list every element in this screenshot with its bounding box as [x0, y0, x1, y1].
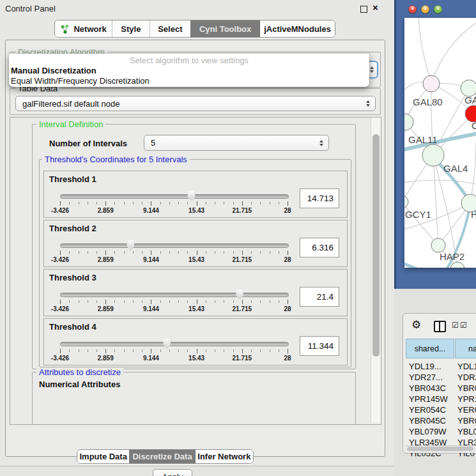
minimize-traffic-light-icon[interactable] — [421, 5, 429, 13]
node-gal4[interactable] — [422, 144, 444, 166]
number-of-intervals-combobox[interactable]: 5 — [144, 135, 329, 151]
table-data-combobox-value: galFiltered.sif default node — [22, 99, 119, 109]
table-row[interactable]: YDR27...YDR2 — [405, 372, 476, 383]
zoom-traffic-light-icon[interactable] — [434, 5, 442, 13]
table-row[interactable]: YBL079WYBL0 — [405, 427, 476, 438]
threshold-2-slider-track[interactable] — [60, 243, 289, 248]
slider-tick — [178, 349, 179, 352]
table-row[interactable]: YER054CYER0 — [405, 405, 476, 416]
slider-tick — [242, 349, 243, 353]
column-layout-icon[interactable] — [434, 321, 446, 332]
slider-tick — [151, 250, 151, 255]
cell-shared-name: YBL079W — [409, 427, 447, 436]
threshold-2-box: Threshold 2-3.4262.8599.14415.4321.71528… — [43, 220, 348, 267]
slider-tick — [251, 300, 252, 303]
tab-impute-data[interactable]: Impute Data — [77, 450, 129, 463]
close-icon[interactable]: × — [372, 2, 378, 13]
slider-tick — [233, 349, 234, 352]
threshold-2-slider-handle[interactable] — [126, 240, 135, 250]
checkbox-icon[interactable]: ☑ — [460, 321, 467, 330]
column-header-shared-name[interactable]: shared... — [406, 339, 454, 358]
slider-tick — [251, 349, 252, 352]
slider-tick — [160, 349, 161, 352]
node-gcy1[interactable] — [404, 196, 408, 208]
network-edge[interactable] — [431, 23, 476, 84]
table-row[interactable]: YBR043CYBR0 — [405, 383, 476, 394]
cell-name: YBR0 — [457, 416, 476, 426]
node-gal11[interactable] — [404, 114, 413, 130]
threshold-3-value-field[interactable]: 21.4 — [300, 287, 339, 307]
checkbox-icon[interactable]: ☑ — [452, 321, 459, 330]
slider-tick-label: 2.859 — [89, 355, 121, 362]
slider-tick — [215, 251, 215, 254]
tab-style[interactable]: Style — [112, 20, 149, 37]
slider-tick — [60, 201, 61, 206]
slider-tick-label: 21.715 — [226, 305, 258, 312]
column-header-name[interactable]: na — [455, 339, 476, 358]
slider-tick — [96, 251, 97, 254]
close-traffic-light-icon[interactable] — [408, 5, 417, 13]
slider-tick — [160, 251, 161, 254]
slider-tick — [279, 349, 279, 352]
table-row[interactable]: YBR045CYBR0 — [405, 416, 476, 427]
settings-vertical-scrollbar[interactable] — [371, 118, 381, 423]
slider-tick-label: 2.859 — [89, 256, 121, 263]
threshold-1-value-field[interactable]: 14.713 — [300, 188, 339, 208]
slider-tick — [197, 300, 197, 304]
network-canvas[interactable]: GAL80GACGAL11GAL4GCY1HHAP2 — [404, 18, 476, 268]
dropdown-item-equal-width-frequency-discretization[interactable]: Equal Width/Frequency Discretization — [9, 76, 369, 86]
node-gal80[interactable] — [423, 75, 440, 92]
slider-tick — [79, 202, 79, 204]
tab-cyni-toolbox[interactable]: Cyni Toolbox — [190, 20, 259, 37]
slider-tick — [233, 202, 234, 204]
network-edge[interactable] — [433, 155, 438, 245]
node-hap2[interactable] — [431, 238, 445, 252]
dropdown-item-manual-discretization[interactable]: Manual Discretization — [9, 66, 369, 76]
tab-network[interactable]: Network — [55, 20, 112, 37]
slider-tick — [215, 349, 215, 352]
slider-tick — [151, 349, 151, 353]
slider-tick — [142, 349, 142, 352]
slider-tick-label: -3.426 — [44, 355, 76, 362]
table-scrollbar-thumb[interactable] — [407, 447, 473, 451]
settings-scrollbar-thumb[interactable] — [372, 134, 380, 357]
threshold-3-slider-track[interactable] — [60, 293, 289, 297]
threshold-1-slider-track[interactable] — [60, 194, 289, 199]
threshold-4-value-field[interactable]: 11.344 — [300, 336, 339, 356]
tab-infer-network[interactable]: Infer Network — [195, 450, 253, 463]
slider-tick — [124, 202, 125, 204]
threshold-4-slider-track[interactable] — [60, 342, 289, 346]
threshold-2-value-field[interactable]: 6.316 — [300, 238, 339, 257]
network-icon — [60, 24, 70, 34]
slider-tick — [151, 201, 151, 206]
slider-tick-label: 9.144 — [135, 256, 167, 263]
slider-tick — [242, 250, 243, 255]
slider-tick — [151, 300, 151, 304]
network-edge[interactable] — [418, 18, 431, 84]
apply-button[interactable]: Apply — [153, 469, 192, 476]
node-label-h: H — [471, 209, 476, 220]
slider-tick — [142, 202, 142, 204]
cell-shared-name: YER054C — [409, 405, 446, 415]
table-data-combobox[interactable]: galFiltered.sif default node — [15, 96, 376, 111]
slider-tick — [279, 300, 279, 303]
gear-icon[interactable]: ⚙ — [411, 318, 421, 332]
cell-name: YPR1 — [457, 394, 476, 404]
tab-jactivemnodules[interactable]: jActiveMNodules — [259, 20, 335, 37]
interval-definition-title: Interval Definition — [36, 120, 105, 129]
slider-tick — [270, 349, 270, 352]
slider-tick — [197, 250, 197, 255]
table-row[interactable]: YDL19...YDL1 — [405, 362, 476, 372]
slider-tick — [251, 251, 252, 254]
slider-tick — [69, 251, 70, 254]
threshold-3-slider-handle[interactable] — [235, 289, 244, 300]
network-edge[interactable] — [404, 122, 405, 202]
float-window-icon[interactable] — [360, 6, 367, 13]
tab-select[interactable]: Select — [150, 20, 190, 37]
slider-tick — [124, 300, 125, 303]
table-row[interactable]: YPR145WYPR1 — [405, 394, 476, 405]
node-label-ga: GA — [464, 95, 476, 105]
tab-discretize-data[interactable]: Discretize Data — [129, 450, 194, 463]
threshold-1-slider-handle[interactable] — [187, 190, 196, 201]
threshold-4-slider-handle[interactable] — [162, 338, 171, 349]
